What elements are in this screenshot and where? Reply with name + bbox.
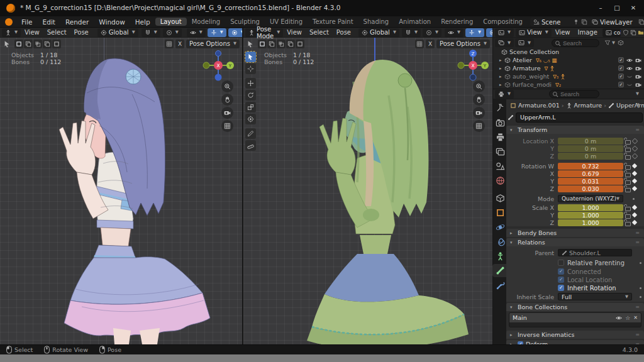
tab-modeling[interactable]: Modeling bbox=[187, 18, 226, 26]
hide-eye-closed-icon[interactable] bbox=[626, 74, 633, 80]
local-location-checkbox[interactable]: ✓ bbox=[558, 277, 564, 283]
tab-rendering[interactable]: Rendering bbox=[436, 18, 478, 26]
navigation-gizmo[interactable]: Y Z X bbox=[455, 48, 491, 83]
close-button[interactable]: ✕ bbox=[625, 2, 641, 13]
keyframe-icon[interactable] bbox=[632, 163, 637, 168]
view-menu[interactable]: View bbox=[283, 29, 306, 36]
pan-button[interactable] bbox=[221, 94, 233, 106]
tab-render[interactable] bbox=[496, 118, 505, 128]
image-view-menu[interactable]: View bbox=[552, 29, 574, 36]
outliner-row-furface-modi[interactable]: ▸ furface_modi ∇₂ ✓ bbox=[492, 80, 644, 89]
camera-view-button[interactable] bbox=[221, 107, 233, 119]
lock-icon[interactable] bbox=[623, 219, 633, 226]
keyframe-icon[interactable] bbox=[632, 212, 637, 217]
rot-w-field[interactable]: 0.732 bbox=[558, 163, 623, 170]
menu-window[interactable]: Window bbox=[94, 18, 130, 26]
animate-dot[interactable] bbox=[633, 198, 635, 200]
menu-render[interactable]: Render bbox=[60, 18, 94, 26]
ortho-grid-button[interactable] bbox=[473, 120, 485, 132]
tab-layout[interactable]: Layout bbox=[155, 18, 187, 26]
tool-transform[interactable] bbox=[245, 114, 256, 124]
hide-eye-closed-icon[interactable] bbox=[626, 82, 633, 88]
selectable-checkbox[interactable]: ✓ bbox=[618, 65, 624, 71]
tab-bone-constraints[interactable] bbox=[496, 281, 505, 290]
fake-user-icon[interactable] bbox=[623, 30, 629, 36]
mode-dropdown[interactable]: Pose Mode▼ bbox=[245, 28, 283, 37]
inherit-scale-dropdown[interactable]: Full▼ bbox=[558, 293, 632, 300]
menu-file[interactable]: File bbox=[16, 18, 38, 26]
render-camera-icon[interactable] bbox=[635, 65, 641, 72]
select-mode-invert[interactable] bbox=[286, 40, 295, 48]
tab-scene[interactable] bbox=[496, 162, 505, 171]
loc-y-field[interactable]: 0 m bbox=[558, 145, 623, 152]
new-image-icon[interactable] bbox=[630, 30, 636, 36]
tool-annotate[interactable] bbox=[245, 128, 256, 139]
outliner-row-scene-collection[interactable]: Scene Collection bbox=[492, 48, 644, 56]
render-camera-icon[interactable] bbox=[635, 82, 641, 88]
tab-animation[interactable]: Animation bbox=[394, 18, 436, 26]
selectable-checkbox[interactable]: ✓ bbox=[618, 74, 624, 79]
rot-z-field[interactable]: 0.030 bbox=[558, 185, 623, 192]
loc-x-field[interactable]: 0 m bbox=[558, 138, 623, 145]
lock-icon[interactable] bbox=[623, 204, 633, 211]
select-mode-invert[interactable] bbox=[43, 40, 52, 48]
orientation-dropdown[interactable]: Global▼ bbox=[358, 28, 399, 37]
parent-field[interactable]: Shoulder.L bbox=[558, 249, 632, 256]
tab-texture-paint[interactable]: Texture Paint bbox=[308, 18, 358, 26]
tool-rotate[interactable] bbox=[245, 90, 256, 101]
keyframe-icon[interactable] bbox=[632, 178, 637, 184]
inherit-rotation-checkbox[interactable]: ✓ bbox=[558, 285, 564, 291]
hide-eye-icon[interactable] bbox=[626, 57, 633, 63]
keyframe-icon[interactable] bbox=[632, 205, 637, 210]
active-tool-icon[interactable] bbox=[247, 40, 254, 48]
fallback-tool-button[interactable] bbox=[165, 40, 174, 48]
gizmos-dropdown[interactable]: ▼ bbox=[208, 28, 226, 37]
proportional-edit-button[interactable]: ▼ bbox=[163, 28, 182, 37]
tab-sculpting[interactable]: Sculpting bbox=[225, 18, 265, 26]
keyframe-icon[interactable] bbox=[632, 171, 637, 176]
render-camera-icon[interactable] bbox=[635, 74, 641, 80]
zoom-button[interactable] bbox=[473, 80, 485, 92]
outliner-row-auto-weight[interactable]: ▸ auto_weight ∇₃ ✓ bbox=[492, 72, 644, 80]
scene-selector[interactable]: Scene bbox=[530, 18, 591, 26]
outliner-filter-dropdown[interactable]: ▼ bbox=[515, 38, 534, 47]
funnel-filter-icon[interactable] bbox=[604, 40, 611, 46]
proportional-edit-button[interactable]: ▼ bbox=[423, 28, 441, 37]
tab-output[interactable] bbox=[496, 133, 505, 142]
select-mode-subtract[interactable] bbox=[277, 40, 286, 48]
loc-z-field[interactable]: 0 m bbox=[558, 153, 623, 160]
tab-constraints[interactable] bbox=[496, 237, 505, 246]
active-tool-icon[interactable] bbox=[3, 40, 11, 48]
minimize-button[interactable]: – bbox=[592, 2, 609, 13]
navigation-gizmo[interactable]: Y X bbox=[201, 48, 236, 83]
snap-dropdown[interactable]: ▼ bbox=[142, 28, 160, 37]
keyframe-icon[interactable] bbox=[632, 186, 637, 191]
pose-options-dropdown[interactable]: Pose Options▼ bbox=[436, 40, 490, 48]
animate-dot[interactable] bbox=[640, 287, 641, 289]
editor-type-dropdown[interactable]: ▼ bbox=[495, 28, 514, 37]
viewlayer-selector[interactable]: ViewLayer bbox=[589, 18, 644, 26]
properties-options-chevron[interactable]: ▼ bbox=[636, 92, 639, 96]
tab-shading[interactable]: Shading bbox=[358, 18, 394, 26]
tab-view-layer[interactable] bbox=[496, 147, 505, 156]
panel-relations-header[interactable]: ▾Relations≡ bbox=[506, 238, 644, 246]
panel-bone-collections-header[interactable]: ▾Bone Collections≡ bbox=[506, 303, 644, 311]
bone-name-field[interactable]: UpperArm.L bbox=[516, 112, 643, 123]
tab-object-data[interactable] bbox=[496, 251, 505, 261]
collection-visible-eye-icon[interactable] bbox=[616, 315, 622, 321]
select-mode-intersect[interactable] bbox=[52, 40, 61, 48]
pin-icon[interactable] bbox=[573, 19, 579, 25]
view-menu[interactable]: View bbox=[21, 29, 43, 36]
outliner-row-armature[interactable]: ▸ Armature ∇ ✓ bbox=[492, 64, 644, 72]
menu-edit[interactable]: Edit bbox=[38, 18, 60, 26]
lock-icon[interactable] bbox=[623, 185, 633, 192]
clear-tool-button[interactable]: X bbox=[175, 40, 184, 48]
breadcrumb-armature[interactable]: Armature bbox=[574, 102, 602, 109]
tab-compositing[interactable]: Compositing bbox=[478, 18, 528, 26]
panel-bendy-bones-header[interactable]: ▸Bendy Bones≡ bbox=[506, 229, 644, 237]
tab-world[interactable] bbox=[496, 176, 505, 185]
orientation-dropdown[interactable]: Global▼ bbox=[97, 28, 138, 37]
lock-icon[interactable] bbox=[623, 212, 633, 219]
select-mode-extend[interactable] bbox=[267, 40, 276, 48]
remove-collection-icon[interactable]: ✕ bbox=[633, 315, 638, 321]
